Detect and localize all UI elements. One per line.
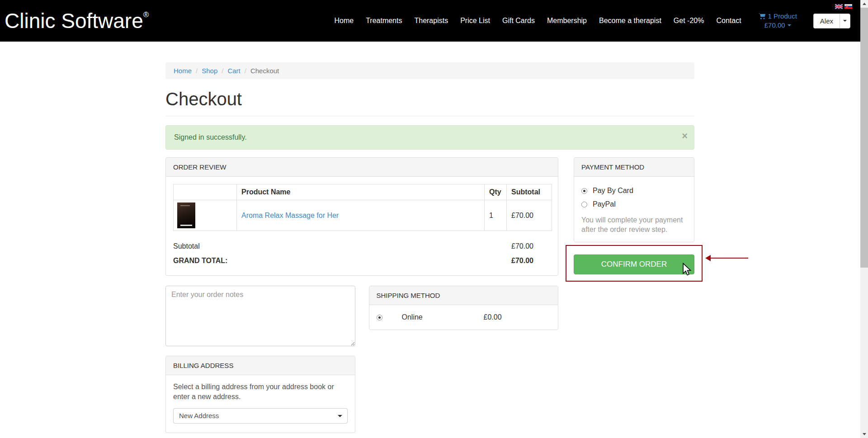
- nav-home[interactable]: Home: [334, 17, 354, 25]
- payment-note: You will complete your payment after the…: [581, 216, 687, 235]
- col-subtotal: Subtotal: [507, 184, 552, 200]
- col-product-name: Product Name: [237, 184, 485, 200]
- page-title: Checkout: [165, 89, 694, 116]
- annotation-arrow-icon: [705, 255, 750, 261]
- order-review-body: Product Name Qty Subtotal Aroma Relax Ma…: [166, 177, 558, 275]
- caret-down-icon: [338, 415, 342, 417]
- cart-icon: [759, 13, 766, 19]
- breadcrumb-separator: /: [222, 67, 223, 75]
- payment-option-paypal[interactable]: PayPal: [581, 198, 687, 211]
- scroll-down-icon[interactable]: [860, 430, 868, 438]
- scroll-up-icon[interactable]: [860, 0, 868, 8]
- caret-down-icon: [843, 20, 847, 22]
- grand-total-line: GRAND TOTAL: £70.00: [173, 254, 551, 268]
- nav-contact[interactable]: Contact: [716, 17, 741, 25]
- logo[interactable]: Clinic Software®: [5, 9, 149, 33]
- uk-flag-icon[interactable]: [835, 4, 843, 9]
- col-image: [174, 184, 237, 200]
- order-table-row: Aroma Relax Massage for Her 1 £70.00: [174, 200, 552, 231]
- user-menu-caret-button[interactable]: [840, 14, 850, 28]
- order-table-header-row: Product Name Qty Subtotal: [174, 184, 552, 200]
- payment-option-pay-by-card[interactable]: Pay By Card: [581, 184, 687, 198]
- main-container: Home / Shop / Cart / Checkout Checkout S…: [165, 42, 694, 433]
- order-review-panel: ORDER REVIEW Product Name Qty Subtotal: [165, 157, 558, 276]
- cart-summary[interactable]: 1 Product £70.00: [759, 12, 797, 30]
- payment-method-body: Pay By Card PayPal You will complete you…: [574, 177, 694, 242]
- registered-mark: ®: [143, 10, 149, 19]
- subtotal-label: Subtotal: [173, 242, 200, 250]
- notes-shipping-row: SHIPPING METHOD Online £0.00: [165, 286, 558, 346]
- confirm-order-button[interactable]: CONFIRM ORDER: [574, 254, 694, 274]
- order-review-column: ORDER REVIEW Product Name Qty Subtotal: [165, 157, 558, 433]
- breadcrumb-home[interactable]: Home: [174, 67, 192, 75]
- success-alert: Signed in successfully. ×: [165, 125, 694, 150]
- checkout-row: ORDER REVIEW Product Name Qty Subtotal: [165, 157, 694, 433]
- user-menu: Alex: [813, 14, 850, 28]
- order-notes-input[interactable]: [165, 286, 355, 346]
- product-thumbnail[interactable]: [177, 203, 195, 228]
- scrollbar-thumb[interactable]: [860, 8, 868, 268]
- payment-method-panel: PAYMENT METHOD Pay By Card PayPal You wi…: [574, 157, 694, 242]
- grand-total-label: GRAND TOTAL:: [173, 257, 227, 264]
- subtotal-line: Subtotal £70.00: [173, 239, 551, 254]
- nav-get-discount[interactable]: Get -20%: [674, 17, 704, 25]
- shipping-radio-online[interactable]: [377, 315, 382, 320]
- nav-gift-cards[interactable]: Gift Cards: [502, 17, 535, 25]
- shipping-option-online[interactable]: Online £0.00: [369, 305, 558, 330]
- sk-flag-icon[interactable]: [844, 4, 852, 9]
- page: Clinic Software® Home Treatments Therapi…: [0, 0, 860, 438]
- shipping-method-panel: SHIPPING METHOD Online £0.00: [369, 286, 558, 330]
- payment-radio-paypal[interactable]: [581, 202, 587, 207]
- billing-address-selected: New Address: [179, 412, 219, 419]
- payment-radio-pay-by-card[interactable]: [581, 188, 587, 194]
- page-scrollbar[interactable]: [860, 0, 868, 438]
- nav-therapists[interactable]: Therapists: [414, 17, 448, 25]
- nav-price-list[interactable]: Price List: [460, 17, 490, 25]
- site-header: Clinic Software® Home Treatments Therapi…: [0, 0, 860, 42]
- product-qty: 1: [485, 200, 507, 231]
- billing-address-select[interactable]: New Address: [173, 408, 348, 424]
- caret-down-icon: [788, 24, 791, 26]
- nav-membership[interactable]: Membership: [547, 17, 587, 25]
- payment-option-label: Pay By Card: [593, 187, 633, 195]
- breadcrumb-shop[interactable]: Shop: [202, 67, 217, 75]
- col-qty: Qty: [485, 184, 507, 200]
- shipping-option-label: Online: [402, 313, 484, 321]
- product-subtotal: £70.00: [507, 200, 552, 231]
- grand-total-value: £70.00: [511, 257, 533, 265]
- subtotal-value: £70.00: [511, 242, 533, 250]
- main-nav: Home Treatments Therapists Price List Gi…: [334, 17, 741, 25]
- billing-instruction: Select a billing address from your addre…: [173, 382, 348, 402]
- language-flags: [835, 4, 852, 9]
- payment-option-label: PayPal: [593, 200, 616, 208]
- shipping-option-price: £0.00: [484, 313, 502, 321]
- close-icon[interactable]: ×: [682, 131, 688, 141]
- cart-count: 1 Product: [768, 12, 797, 21]
- user-menu-button[interactable]: Alex: [813, 14, 840, 28]
- billing-address-body: Select a billing address from your addre…: [166, 375, 355, 433]
- nav-become-a-therapist[interactable]: Become a therapist: [599, 17, 661, 25]
- order-review-title: ORDER REVIEW: [166, 158, 558, 177]
- payment-column: PAYMENT METHOD Pay By Card PayPal You wi…: [574, 157, 694, 274]
- alert-message: Signed in successfully.: [174, 133, 247, 141]
- breadcrumb-current: Checkout: [250, 67, 279, 75]
- cart-total: £70.00: [764, 21, 785, 30]
- product-name-link[interactable]: Aroma Relax Massage for Her: [241, 212, 339, 219]
- order-table: Product Name Qty Subtotal Aroma Relax Ma…: [173, 184, 552, 231]
- breadcrumb: Home / Shop / Cart / Checkout: [165, 62, 694, 79]
- nav-treatments[interactable]: Treatments: [366, 17, 402, 25]
- billing-address-panel: BILLING ADDRESS Select a billing address…: [165, 356, 355, 433]
- breadcrumb-separator: /: [245, 67, 246, 75]
- logo-text: Clinic Software: [5, 9, 143, 33]
- shipping-method-title: SHIPPING METHOD: [369, 286, 558, 305]
- breadcrumb-separator: /: [196, 67, 198, 75]
- order-totals: Subtotal £70.00 GRAND TOTAL: £70.00: [173, 239, 551, 268]
- breadcrumb-cart[interactable]: Cart: [227, 67, 240, 75]
- billing-address-title: BILLING ADDRESS: [166, 356, 355, 375]
- payment-method-title: PAYMENT METHOD: [574, 158, 694, 177]
